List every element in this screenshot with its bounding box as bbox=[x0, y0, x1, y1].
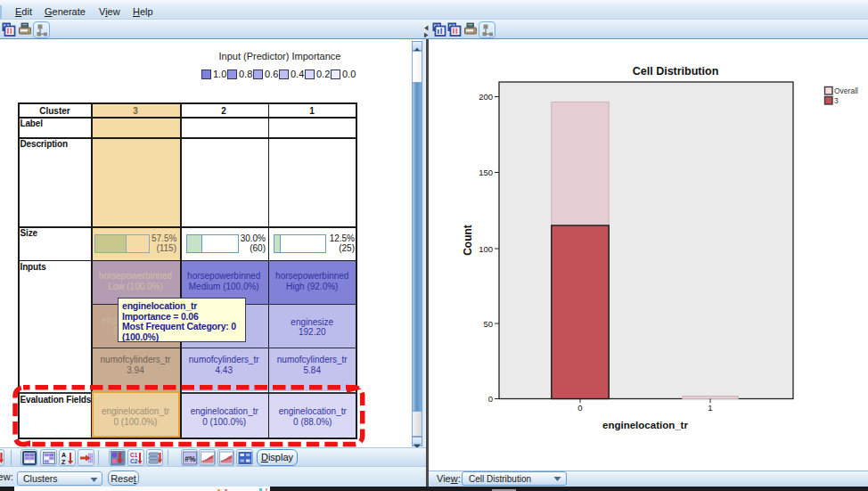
svg-text:100: 100 bbox=[479, 244, 493, 254]
svg-text:0: 0 bbox=[488, 394, 493, 404]
svg-text:#%: #% bbox=[184, 454, 196, 463]
svg-text:50: 50 bbox=[483, 319, 493, 329]
svg-text:200: 200 bbox=[479, 92, 493, 102]
svg-text:Overall: Overall bbox=[834, 86, 858, 95]
svg-text:enginelocation_tr: enginelocation_tr bbox=[602, 420, 688, 430]
svg-text:150: 150 bbox=[479, 168, 493, 177]
svg-text:Cell Distribution: Cell Distribution bbox=[633, 65, 719, 78]
svg-text:0: 0 bbox=[577, 403, 582, 413]
svg-text:Count: Count bbox=[462, 225, 474, 256]
svg-text:C2: C2 bbox=[130, 458, 138, 464]
svg-text:Z: Z bbox=[61, 459, 66, 465]
svg-text:1: 1 bbox=[708, 403, 712, 413]
svg-text:3: 3 bbox=[834, 96, 839, 105]
